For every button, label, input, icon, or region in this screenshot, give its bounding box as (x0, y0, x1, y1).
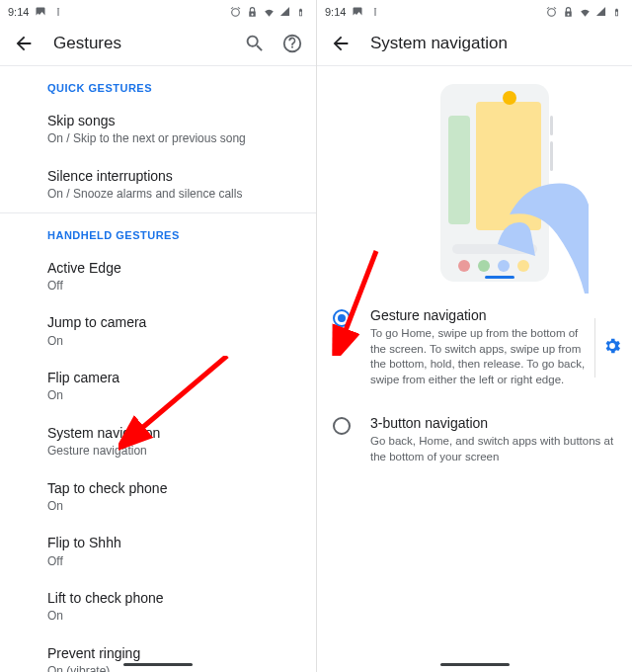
status-bar: 9:14 (0, 0, 316, 22)
wifi-icon (579, 6, 591, 18)
option-gesture-navigation[interactable]: Gesture navigation To go Home, swipe up … (317, 294, 632, 401)
svg-point-10 (517, 260, 529, 272)
row-prevent-ringing[interactable]: Prevent ringing On (vibrate) (0, 634, 316, 672)
row-title: Flip camera (47, 369, 298, 386)
row-title: Flip to Shhh (47, 534, 298, 551)
back-icon[interactable] (12, 32, 36, 55)
row-tap-to-check[interactable]: Tap to check phone On (0, 469, 316, 525)
svg-point-7 (458, 260, 470, 272)
row-title: Prevent ringing (47, 644, 298, 662)
app-bar: Gestures (0, 22, 316, 65)
svg-point-8 (478, 260, 490, 272)
radio-icon[interactable] (333, 417, 351, 435)
search-icon[interactable] (243, 32, 267, 55)
svg-rect-13 (550, 141, 553, 171)
row-title: Lift to check phone (47, 589, 298, 607)
option-description: Go back, Home, and switch apps with butt… (370, 434, 622, 464)
row-active-edge[interactable]: Active Edge Off (0, 249, 316, 304)
row-title: System navigation (47, 424, 298, 442)
gesture-nav-hint (123, 663, 193, 666)
option-description: To go Home, swipe up from the bottom of … (370, 326, 594, 387)
row-title: Silence interruptions (47, 167, 298, 185)
row-title: Skip songs (47, 112, 298, 129)
system-navigation-screen: 9:14 System navigation (316, 0, 632, 672)
settings-gear-icon[interactable] (602, 336, 622, 360)
option-3-button-navigation[interactable]: 3-button navigation Go back, Home, and s… (317, 401, 632, 478)
row-silence-interruptions[interactable]: Silence interruptions On / Snooze alarms… (0, 157, 316, 212)
option-title: 3-button navigation (370, 415, 622, 431)
photo-icon (35, 6, 46, 18)
radio-icon[interactable] (333, 309, 351, 327)
row-subtitle: Off (47, 554, 298, 570)
row-subtitle: On (47, 499, 298, 515)
illustration (317, 66, 632, 294)
alarm-icon (545, 6, 557, 18)
svg-rect-3 (448, 116, 470, 224)
wifi-icon (263, 6, 275, 18)
row-jump-to-camera[interactable]: Jump to camera On (0, 303, 316, 359)
row-subtitle: On / Skip to the next or previous song (47, 131, 298, 147)
tesla-icon (52, 6, 64, 18)
section-handheld-gestures: Handheld Gestures (0, 213, 316, 249)
row-subtitle: Gesture navigation (47, 444, 298, 460)
row-lift-to-check[interactable]: Lift to check phone On (0, 579, 316, 634)
svg-rect-12 (550, 116, 553, 135)
row-subtitle: Off (47, 279, 298, 294)
help-icon[interactable] (280, 32, 304, 55)
app-bar: System navigation (317, 22, 632, 65)
row-flip-to-shhh[interactable]: Flip to Shhh Off (0, 524, 316, 579)
row-skip-songs[interactable]: Skip songs On / Skip to the next or prev… (0, 102, 316, 157)
tesla-icon (369, 6, 381, 18)
row-subtitle: On (47, 388, 298, 404)
row-title: Active Edge (47, 259, 298, 277)
alarm-icon (229, 6, 241, 18)
svg-point-9 (498, 260, 510, 272)
page-title: Gestures (53, 34, 121, 53)
gesture-nav-hint (440, 663, 510, 666)
option-title: Gesture navigation (370, 307, 594, 323)
row-title: Jump to camera (47, 313, 298, 331)
signal-icon (595, 6, 607, 18)
row-subtitle: On (47, 609, 298, 625)
back-icon[interactable] (329, 32, 353, 55)
section-quick-gestures: Quick Gestures (0, 66, 316, 102)
status-time: 9:14 (8, 6, 29, 18)
svg-rect-11 (485, 276, 514, 279)
gestures-screen: 9:14 Gestures Quick Gestures Skip song (0, 0, 316, 672)
status-bar: 9:14 (317, 0, 632, 22)
signal-icon (279, 6, 291, 18)
row-subtitle: On (47, 334, 298, 350)
svg-point-5 (503, 91, 516, 105)
row-subtitle: On / Snooze alarms and silence calls (47, 187, 298, 203)
battery-icon (296, 6, 308, 18)
page-title: System navigation (370, 34, 508, 53)
row-title: Tap to check phone (47, 479, 298, 497)
photo-icon (352, 6, 363, 18)
vpn-icon (562, 6, 574, 18)
row-flip-camera[interactable]: Flip camera On (0, 359, 316, 414)
vpn-icon (246, 6, 258, 18)
status-time: 9:14 (325, 6, 346, 18)
row-system-navigation[interactable]: System navigation Gesture navigation (0, 414, 316, 469)
battery-icon (612, 6, 624, 18)
